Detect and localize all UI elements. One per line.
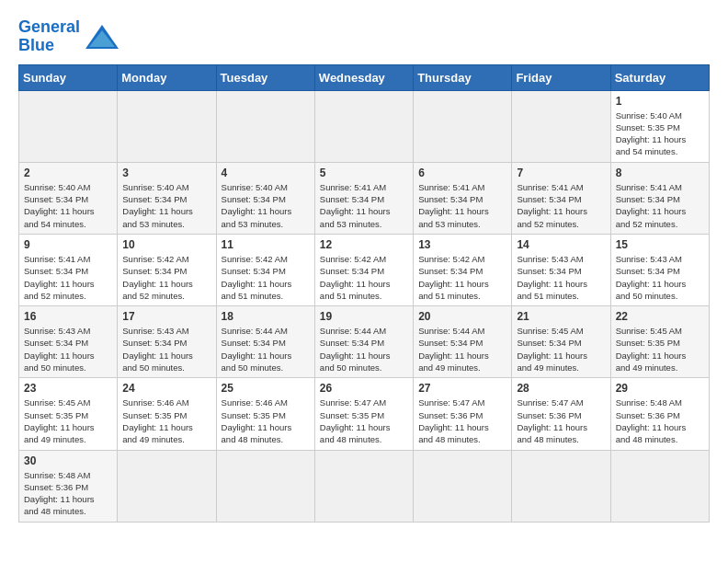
calendar-cell: 17Sunrise: 5:43 AM Sunset: 5:34 PM Dayli… xyxy=(118,306,216,378)
day-number: 4 xyxy=(222,167,310,179)
calendar-cell: 25Sunrise: 5:46 AM Sunset: 5:35 PM Dayli… xyxy=(216,378,314,450)
calendar-cell xyxy=(512,450,610,522)
day-number: 17 xyxy=(122,310,210,323)
day-number: 30 xyxy=(24,454,112,467)
day-info: Sunrise: 5:44 AM Sunset: 5:34 PM Dayligh… xyxy=(222,325,310,373)
day-number: 22 xyxy=(616,310,704,323)
day-number: 21 xyxy=(517,310,605,323)
calendar-cell: 8Sunrise: 5:41 AM Sunset: 5:34 PM Daylig… xyxy=(610,162,709,234)
calendar-week-row: 1Sunrise: 5:40 AM Sunset: 5:35 PM Daylig… xyxy=(19,90,710,162)
day-info: Sunrise: 5:42 AM Sunset: 5:34 PM Dayligh… xyxy=(222,253,310,302)
day-number: 7 xyxy=(517,167,605,179)
day-info: Sunrise: 5:45 AM Sunset: 5:35 PM Dayligh… xyxy=(616,325,704,373)
calendar-week-row: 30Sunrise: 5:48 AM Sunset: 5:36 PM Dayli… xyxy=(19,450,710,522)
calendar-cell: 21Sunrise: 5:45 AM Sunset: 5:34 PM Dayli… xyxy=(512,306,610,378)
weekday-header-monday: Monday xyxy=(118,64,216,90)
weekday-header-row: SundayMondayTuesdayWednesdayThursdayFrid… xyxy=(19,64,710,90)
calendar-cell: 19Sunrise: 5:44 AM Sunset: 5:34 PM Dayli… xyxy=(314,306,413,378)
calendar-cell: 28Sunrise: 5:47 AM Sunset: 5:36 PM Dayli… xyxy=(512,378,610,450)
day-info: Sunrise: 5:41 AM Sunset: 5:34 PM Dayligh… xyxy=(320,181,408,230)
calendar-cell xyxy=(314,450,413,522)
calendar-cell: 6Sunrise: 5:41 AM Sunset: 5:34 PM Daylig… xyxy=(414,162,512,234)
calendar-cell xyxy=(512,90,610,162)
day-number: 10 xyxy=(122,238,210,251)
calendar-table: SundayMondayTuesdayWednesdayThursdayFrid… xyxy=(18,64,710,523)
calendar-cell xyxy=(314,90,413,162)
calendar-cell xyxy=(216,90,314,162)
calendar-cell xyxy=(19,90,118,162)
calendar-cell: 1Sunrise: 5:40 AM Sunset: 5:35 PM Daylig… xyxy=(610,90,709,162)
day-info: Sunrise: 5:42 AM Sunset: 5:34 PM Dayligh… xyxy=(122,253,210,302)
day-number: 2 xyxy=(24,167,112,179)
day-number: 1 xyxy=(616,95,704,108)
day-info: Sunrise: 5:40 AM Sunset: 5:34 PM Dayligh… xyxy=(122,181,210,230)
day-info: Sunrise: 5:46 AM Sunset: 5:35 PM Dayligh… xyxy=(122,396,210,445)
day-info: Sunrise: 5:41 AM Sunset: 5:34 PM Dayligh… xyxy=(24,253,112,302)
day-number: 25 xyxy=(222,382,310,395)
calendar-cell: 9Sunrise: 5:41 AM Sunset: 5:34 PM Daylig… xyxy=(19,234,118,305)
day-info: Sunrise: 5:43 AM Sunset: 5:34 PM Dayligh… xyxy=(616,253,704,302)
day-number: 3 xyxy=(122,167,210,179)
calendar-cell: 5Sunrise: 5:41 AM Sunset: 5:34 PM Daylig… xyxy=(314,162,413,234)
day-info: Sunrise: 5:43 AM Sunset: 5:34 PM Dayligh… xyxy=(517,253,605,302)
calendar-cell: 13Sunrise: 5:42 AM Sunset: 5:34 PM Dayli… xyxy=(414,234,512,305)
calendar-cell: 4Sunrise: 5:40 AM Sunset: 5:34 PM Daylig… xyxy=(216,162,314,234)
weekday-header-friday: Friday xyxy=(512,64,610,90)
day-info: Sunrise: 5:47 AM Sunset: 5:36 PM Dayligh… xyxy=(517,396,605,445)
day-info: Sunrise: 5:40 AM Sunset: 5:34 PM Dayligh… xyxy=(222,181,310,230)
calendar-cell: 26Sunrise: 5:47 AM Sunset: 5:35 PM Dayli… xyxy=(314,378,413,450)
day-number: 12 xyxy=(320,238,408,251)
day-number: 18 xyxy=(222,310,310,323)
day-info: Sunrise: 5:40 AM Sunset: 5:35 PM Dayligh… xyxy=(616,109,704,158)
day-number: 13 xyxy=(418,238,506,251)
calendar-cell: 12Sunrise: 5:42 AM Sunset: 5:34 PM Dayli… xyxy=(314,234,413,305)
weekday-header-tuesday: Tuesday xyxy=(216,64,314,90)
calendar-cell xyxy=(118,450,216,522)
weekday-header-wednesday: Wednesday xyxy=(314,64,413,90)
day-number: 6 xyxy=(418,167,506,179)
day-number: 14 xyxy=(517,238,605,251)
day-info: Sunrise: 5:40 AM Sunset: 5:34 PM Dayligh… xyxy=(24,181,112,230)
day-number: 9 xyxy=(24,238,112,251)
calendar-cell: 2Sunrise: 5:40 AM Sunset: 5:34 PM Daylig… xyxy=(19,162,118,234)
day-number: 20 xyxy=(418,310,506,323)
logo-blue: Blue xyxy=(18,36,54,54)
day-number: 27 xyxy=(418,382,506,395)
calendar-cell: 23Sunrise: 5:45 AM Sunset: 5:35 PM Dayli… xyxy=(19,378,118,450)
calendar-cell: 29Sunrise: 5:48 AM Sunset: 5:36 PM Dayli… xyxy=(610,378,709,450)
day-number: 8 xyxy=(616,167,704,179)
day-info: Sunrise: 5:41 AM Sunset: 5:34 PM Dayligh… xyxy=(517,181,605,230)
calendar-cell: 22Sunrise: 5:45 AM Sunset: 5:35 PM Dayli… xyxy=(610,306,709,378)
day-info: Sunrise: 5:45 AM Sunset: 5:34 PM Dayligh… xyxy=(517,325,605,373)
calendar-cell: 11Sunrise: 5:42 AM Sunset: 5:34 PM Dayli… xyxy=(216,234,314,305)
day-number: 26 xyxy=(320,382,408,395)
logo-icon xyxy=(84,23,120,51)
day-number: 24 xyxy=(122,382,210,395)
day-info: Sunrise: 5:41 AM Sunset: 5:34 PM Dayligh… xyxy=(616,181,704,230)
day-number: 15 xyxy=(616,238,704,251)
day-info: Sunrise: 5:42 AM Sunset: 5:34 PM Dayligh… xyxy=(320,253,408,302)
calendar-cell: 15Sunrise: 5:43 AM Sunset: 5:34 PM Dayli… xyxy=(610,234,709,305)
day-number: 5 xyxy=(320,167,408,179)
calendar-cell: 7Sunrise: 5:41 AM Sunset: 5:34 PM Daylig… xyxy=(512,162,610,234)
calendar-cell xyxy=(414,450,512,522)
day-number: 29 xyxy=(616,382,704,395)
day-info: Sunrise: 5:47 AM Sunset: 5:36 PM Dayligh… xyxy=(418,396,506,445)
calendar-week-row: 23Sunrise: 5:45 AM Sunset: 5:35 PM Dayli… xyxy=(19,378,710,450)
calendar-week-row: 2Sunrise: 5:40 AM Sunset: 5:34 PM Daylig… xyxy=(19,162,710,234)
day-number: 28 xyxy=(517,382,605,395)
day-info: Sunrise: 5:47 AM Sunset: 5:35 PM Dayligh… xyxy=(320,396,408,445)
day-info: Sunrise: 5:48 AM Sunset: 5:36 PM Dayligh… xyxy=(24,469,112,518)
calendar-cell: 27Sunrise: 5:47 AM Sunset: 5:36 PM Dayli… xyxy=(414,378,512,450)
weekday-header-sunday: Sunday xyxy=(19,64,118,90)
day-number: 11 xyxy=(222,238,310,251)
day-info: Sunrise: 5:41 AM Sunset: 5:34 PM Dayligh… xyxy=(418,181,506,230)
weekday-header-saturday: Saturday xyxy=(610,64,709,90)
day-info: Sunrise: 5:46 AM Sunset: 5:35 PM Dayligh… xyxy=(222,396,310,445)
calendar-week-row: 16Sunrise: 5:43 AM Sunset: 5:34 PM Dayli… xyxy=(19,306,710,378)
calendar-cell: 10Sunrise: 5:42 AM Sunset: 5:34 PM Dayli… xyxy=(118,234,216,305)
day-number: 19 xyxy=(320,310,408,323)
day-info: Sunrise: 5:48 AM Sunset: 5:36 PM Dayligh… xyxy=(616,396,704,445)
logo-general: General xyxy=(18,17,80,36)
calendar-cell: 24Sunrise: 5:46 AM Sunset: 5:35 PM Dayli… xyxy=(118,378,216,450)
